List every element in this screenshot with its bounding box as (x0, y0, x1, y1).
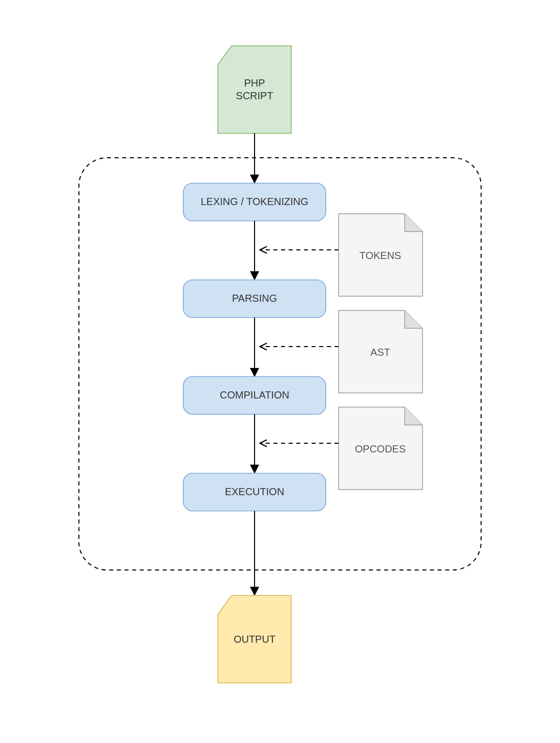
stage-parsing: PARSING (183, 280, 326, 318)
side-note-opcodes: OPCODES (339, 407, 423, 490)
input-doc-line2: SCRIPT (236, 90, 273, 101)
input-document: PHP SCRIPT (218, 46, 291, 133)
output-doc-line1: OUTPUT (234, 634, 275, 645)
stage-execution-label: EXECUTION (225, 486, 285, 497)
stage-parsing-label: PARSING (232, 293, 277, 304)
side-note-opcodes-label: OPCODES (355, 443, 406, 454)
side-note-ast: AST (339, 310, 423, 393)
side-note-tokens: TOKENS (339, 214, 423, 296)
output-document: OUTPUT (218, 595, 291, 683)
side-note-ast-label: AST (371, 347, 390, 358)
flow-diagram: PHP SCRIPT LEXING / TOKENIZING TOKENS PA… (0, 0, 560, 743)
stage-lexing: LEXING / TOKENIZING (183, 183, 326, 221)
side-note-tokens-label: TOKENS (359, 250, 401, 261)
input-doc-line1: PHP (244, 77, 265, 89)
stage-lexing-label: LEXING / TOKENIZING (201, 196, 309, 207)
stage-compilation: COMPILATION (183, 377, 326, 414)
stage-compilation-label: COMPILATION (220, 389, 289, 401)
stage-execution: EXECUTION (183, 473, 326, 511)
